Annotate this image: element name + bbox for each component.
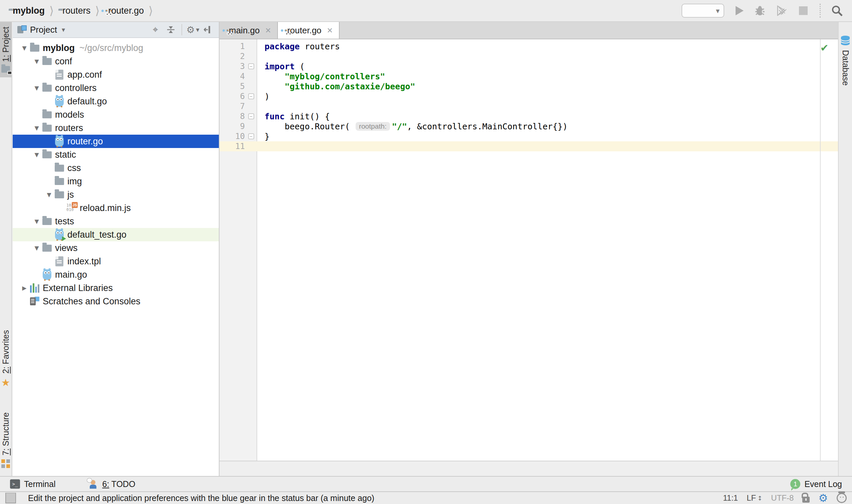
tree-item-index-tpl[interactable]: index.tpl [13,255,219,268]
tree-item-app-conf[interactable]: app.conf [13,68,219,81]
close-icon[interactable]: ✕ [327,26,333,35]
line-separator-widget[interactable]: LF ↕ [747,493,762,503]
locate-icon[interactable]: ⌖ [150,24,161,36]
hide-panel-icon[interactable] [202,24,214,36]
twisty-open-icon[interactable]: ▼ [32,218,41,225]
tree-item-img[interactable]: img [13,175,219,188]
folder-icon [42,216,52,227]
settings-gear-icon[interactable]: ⚙▾ [187,24,199,36]
inspector-profile-icon[interactable] [837,493,847,503]
project-view-icon [17,25,27,34]
todo-button[interactable]: 6: TODO [87,479,135,489]
tree-item-label: app.conf [67,70,102,80]
inspection-status-icon[interactable]: ✔ [820,42,829,54]
chevron-down-icon[interactable]: ▾ [62,26,65,34]
run-configuration-select[interactable]: ▾ [681,4,724,18]
tree-item-label: reload.min.js [80,203,131,213]
go-gopher-icon [54,136,65,147]
terminal-label: Terminal [24,479,55,489]
twisty-open-icon[interactable]: ▼ [20,45,29,51]
stop-icon[interactable] [797,4,810,17]
tree-item-external-libraries[interactable]: ▶ External Libraries [13,281,219,295]
code-line[interactable]: 6 − ) [220,91,838,101]
tool-stripe-project-label: 1: Project [1,27,11,62]
tree-item-routers[interactable]: ▼ routers [13,121,219,135]
todo-label: 6: TODO [102,479,135,489]
twisty-open-icon[interactable]: ▼ [32,125,41,131]
encoding-widget[interactable]: UTF-8 [771,493,794,503]
tab-label: router.go [287,25,321,36]
twisty-open-icon[interactable]: ▼ [32,245,41,251]
todo-icon [87,479,98,489]
caret-position-widget[interactable]: 11:1 [723,493,738,503]
terminal-icon: >_ [10,479,20,489]
status-message: Edit the project and application prefere… [28,493,374,503]
tree-item-router-go[interactable]: router.go [13,135,219,148]
breadcrumb-item-router-go[interactable]: router.go [104,6,144,16]
code-line[interactable]: 3 − import ( [220,61,838,71]
structure-icon [1,459,10,468]
tree-item-controllers[interactable]: ▼ controllers [13,81,219,95]
tree-item-static[interactable]: ▼ static [13,148,219,161]
tree-item-scratches-and-consoles[interactable]: Scratches and Consoles [13,295,219,308]
run-icon[interactable] [733,4,746,17]
twisty-closed-icon[interactable]: ▶ [20,285,29,291]
tree-item-tests[interactable]: ▼ tests [13,215,219,228]
twisty-open-icon[interactable]: ▼ [32,151,41,158]
unlock-icon[interactable] [802,497,810,503]
breadcrumb-item-myblog[interactable]: myblog [9,6,45,16]
tool-stripe-project-button[interactable]: 1: Project [0,22,12,77]
event-log-button[interactable]: 1 Event Log [790,479,842,489]
code-line-current[interactable]: 11 [220,141,838,151]
code-line[interactable]: 7 [220,101,838,111]
preferences-gear-icon[interactable]: ⚙ [818,493,828,503]
code-line[interactable]: 2 [220,51,838,61]
tab-main-go[interactable]: main.go ✕ [220,22,278,39]
debug-icon[interactable] [754,4,767,17]
code-editor[interactable]: 1 package routers 2 3 − import ( 4 "mybl… [220,39,838,461]
file-icon [54,256,65,267]
collapse-all-icon[interactable] [165,24,177,36]
tree-item-reload-min-js[interactable]: 10010JS reload.min.js [13,201,219,215]
tree-item-js[interactable]: ▼ js [13,188,219,201]
twisty-open-icon[interactable]: ▼ [45,191,53,198]
tree-item-conf[interactable]: ▼ conf [13,55,219,68]
chevron-right-icon: ⟩ [49,4,54,17]
fold-marker-icon[interactable]: − [248,93,254,99]
code-line[interactable]: 8 − func init() { [220,111,838,121]
tool-stripe-structure-button[interactable]: 7: Structure [0,408,12,473]
twisty-open-icon[interactable]: ▼ [32,85,41,91]
tree-item-label: default.go [67,96,107,107]
tool-stripe-favorites-button[interactable]: 2: Favorites ★ [0,325,12,392]
tree-item-default-go[interactable]: default.go [13,95,219,108]
twisty-open-icon[interactable]: ▼ [32,58,41,65]
tree-item-css[interactable]: css [13,161,219,175]
tree-item-views[interactable]: ▼ views [13,241,219,255]
go-test-file-icon [54,229,65,240]
breadcrumb-label: router.go [108,6,144,16]
code-line[interactable]: 4 "myblog/controllers" [220,71,838,81]
terminal-button[interactable]: >_ Terminal [10,479,55,489]
coverage-icon[interactable] [776,4,788,17]
fold-marker-icon[interactable]: − [248,63,254,69]
folder-icon [42,243,52,253]
tree-item-main-go[interactable]: main.go [13,268,219,281]
run-toolbar: ▾ [681,4,843,18]
fold-marker-icon[interactable]: − [248,113,254,119]
code-line[interactable]: 5 "github.com/astaxie/beego" [220,81,838,91]
tree-item-models[interactable]: models [13,108,219,121]
tab-router-go[interactable]: router.go ✕ [278,22,340,39]
status-indicator-icon[interactable] [5,493,16,503]
code-line[interactable]: 9 beego.Router( rootpath:"/", &controlle… [220,121,838,131]
close-icon[interactable]: ✕ [265,26,271,35]
file-icon [54,69,65,80]
search-icon[interactable] [831,4,843,17]
code-line[interactable]: 10 − } [220,131,838,141]
breadcrumb-item-routers[interactable]: routers [58,6,90,16]
project-panel-title[interactable]: Project [30,25,57,35]
fold-marker-icon[interactable]: − [248,133,254,139]
tree-item-default-test-go[interactable]: default_test.go [13,228,219,241]
tool-stripe-database-button[interactable]: Database [839,31,851,90]
tree-item-myblog[interactable]: ▼ myblog ~/go/src/myblog [13,41,219,55]
code-line[interactable]: 1 package routers [220,41,838,51]
